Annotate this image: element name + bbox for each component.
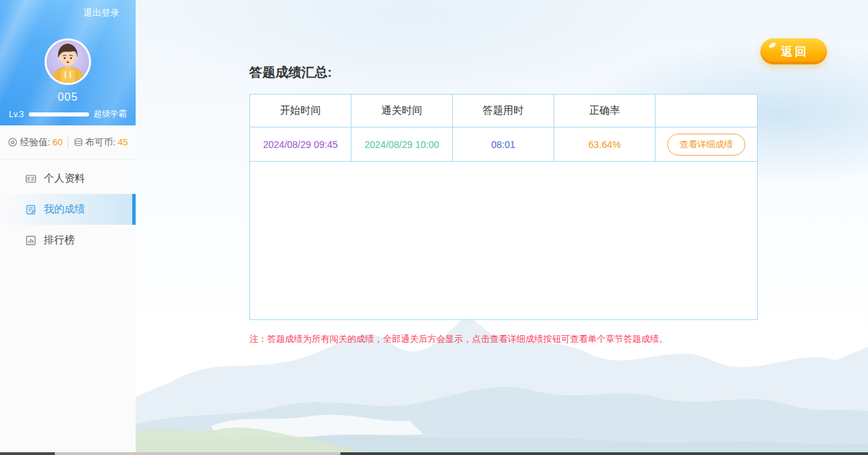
sidebar-item-profile[interactable]: 个人资料 xyxy=(0,163,136,194)
action-cell: 查看详细成绩 xyxy=(656,127,757,161)
table-header-row: 开始时间 通关时间 答题用时 正确率 xyxy=(250,95,757,127)
table-empty-body xyxy=(250,162,757,319)
sidebar-item-leaderboard[interactable]: 排行榜 xyxy=(0,225,136,256)
profile-panel: 退出登录 xyxy=(0,0,136,125)
sidebar-nav: 个人资料 我的成绩 xyxy=(0,160,136,256)
footnote: 注：答题成绩为所有闯关的成绩，全部通关后方会显示，点击查看详细成绩按钮可查看单个… xyxy=(249,333,668,345)
column-header-start-time: 开始时间 xyxy=(250,95,351,127)
coin-stack-icon xyxy=(73,137,84,147)
column-header-action xyxy=(656,95,757,127)
accuracy-value: 63.64% xyxy=(554,127,656,161)
id-card-icon xyxy=(25,173,36,184)
stats-row: 经验值: 60 布可币: 45 xyxy=(0,125,136,160)
stats-divider xyxy=(68,137,69,148)
app-window: 退出登录 xyxy=(0,0,868,455)
sidebar-item-label: 排行榜 xyxy=(44,234,75,247)
coin-stat: 布可币: 45 xyxy=(73,136,128,149)
level-progress-bar xyxy=(29,112,89,116)
start-time-value: 2024/08/29 09:45 xyxy=(250,127,351,161)
bottom-edge-segment xyxy=(340,452,868,455)
column-header-duration: 答题用时 xyxy=(453,95,554,127)
exp-label: 经验值: xyxy=(20,136,50,149)
bar-chart-icon xyxy=(25,235,36,246)
sidebar-item-my-scores[interactable]: 我的成绩 xyxy=(0,194,136,225)
sidebar: 退出登录 xyxy=(0,0,136,455)
score-summary-table: 开始时间 通关时间 答题用时 正确率 2024/08/29 09:45 2024… xyxy=(249,94,758,320)
score-doc-icon xyxy=(25,204,36,215)
sidebar-item-label: 个人资料 xyxy=(44,172,85,185)
bottom-edge-segment xyxy=(0,452,55,455)
duration-value: 08:01 xyxy=(453,127,554,161)
coin-value: 45 xyxy=(118,137,128,147)
sidebar-item-label: 我的成绩 xyxy=(44,203,85,216)
coin-label: 布可币: xyxy=(86,136,116,149)
level-label: Lv.3 xyxy=(9,110,24,119)
exp-medal-icon xyxy=(8,137,18,147)
table-row: 2024/08/29 09:45 2024/08/29 10:00 08:01 … xyxy=(250,127,757,162)
logout-link[interactable]: 退出登录 xyxy=(84,7,119,19)
exp-stat: 经验值: 60 xyxy=(8,136,62,149)
level-title: 超级学霸 xyxy=(94,108,127,120)
view-detail-score-button[interactable]: 查看详细成绩 xyxy=(667,134,745,156)
page-title: 答题成绩汇总: xyxy=(249,64,332,82)
column-header-pass-time: 通关时间 xyxy=(351,95,453,127)
pass-time-value: 2024/08/29 10:00 xyxy=(351,127,453,161)
level-row: Lv.3 超级学霸 xyxy=(9,108,127,120)
bottom-edge-strip xyxy=(0,452,868,455)
avatar-boy-illustration xyxy=(47,40,89,83)
main-area: 返回 答题成绩汇总: 开始时间 通关时间 答题用时 正确率 2024/08/29… xyxy=(136,0,868,455)
back-button[interactable]: 返回 xyxy=(760,38,827,64)
avatar xyxy=(45,38,91,85)
username: 005 xyxy=(0,91,136,103)
bottom-edge-segment xyxy=(55,452,340,455)
column-header-accuracy: 正确率 xyxy=(554,95,656,127)
exp-value: 60 xyxy=(52,137,62,147)
